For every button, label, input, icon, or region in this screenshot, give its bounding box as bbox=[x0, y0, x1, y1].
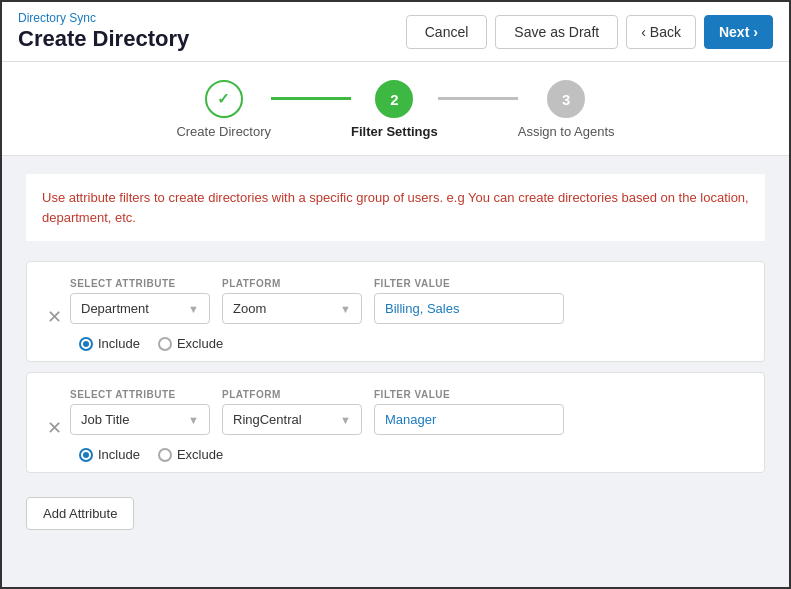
attr-fields-2: SELECT ATTRIBUTE Job Title ▼ PLATFORM Ri… bbox=[70, 389, 744, 435]
stepper-inner: ✓ Create Directory 2 Filter Settings 3 A… bbox=[176, 80, 614, 139]
add-attribute-button[interactable]: Add Attribute bbox=[26, 497, 134, 530]
radio-row-1: Include Exclude bbox=[79, 336, 744, 351]
step-create: ✓ Create Directory bbox=[176, 80, 271, 139]
include-radio-dot-2 bbox=[79, 448, 93, 462]
step-assign: 3 Assign to Agents bbox=[518, 80, 615, 139]
field-group-filter-2: FILTER VALUE bbox=[374, 389, 564, 435]
exclude-label-1: Exclude bbox=[177, 336, 223, 351]
exclude-radio-dot-2 bbox=[158, 448, 172, 462]
exclude-radio-2[interactable]: Exclude bbox=[158, 447, 223, 462]
content-area: Use attribute filters to create director… bbox=[2, 156, 789, 548]
save-draft-button[interactable]: Save as Draft bbox=[495, 15, 618, 49]
exclude-radio-dot-1 bbox=[158, 337, 172, 351]
breadcrumb[interactable]: Directory Sync bbox=[18, 11, 189, 25]
page-title: Create Directory bbox=[18, 26, 189, 52]
platform-label-1: PLATFORM bbox=[222, 278, 362, 289]
step-line-1 bbox=[271, 97, 351, 100]
attribute-section-2: ✕ SELECT ATTRIBUTE Job Title ▼ PLATFORM … bbox=[26, 372, 765, 473]
field-group-platform-2: PLATFORM RingCentral ▼ bbox=[222, 389, 362, 435]
platform-value-2: RingCentral bbox=[233, 412, 302, 427]
info-text: Use attribute filters to create director… bbox=[42, 190, 749, 225]
main-content: Use attribute filters to create director… bbox=[2, 156, 789, 548]
field-group-platform-1: PLATFORM Zoom ▼ bbox=[222, 278, 362, 324]
field-group-select-2: SELECT ATTRIBUTE Job Title ▼ bbox=[70, 389, 210, 435]
platform-label-2: PLATFORM bbox=[222, 389, 362, 400]
include-radio-2[interactable]: Include bbox=[79, 447, 140, 462]
remove-attribute-2-icon[interactable]: ✕ bbox=[47, 417, 62, 439]
attr-fields-1: SELECT ATTRIBUTE Department ▼ PLATFORM Z… bbox=[70, 278, 744, 324]
header-left: Directory Sync Create Directory bbox=[18, 11, 189, 52]
platform-value-1: Zoom bbox=[233, 301, 266, 316]
step-create-circle: ✓ bbox=[205, 80, 243, 118]
filter-label-2: FILTER VALUE bbox=[374, 389, 564, 400]
header-actions: Cancel Save as Draft ‹ Back Next › bbox=[406, 15, 773, 49]
step-filter-label: Filter Settings bbox=[351, 124, 438, 139]
attribute-row-1: ✕ SELECT ATTRIBUTE Department ▼ PLATFORM… bbox=[47, 278, 744, 328]
chevron-down-icon-2: ▼ bbox=[340, 303, 351, 315]
step-create-label: Create Directory bbox=[176, 124, 271, 139]
platform-dropdown-2[interactable]: RingCentral ▼ bbox=[222, 404, 362, 435]
select-attribute-dropdown-1[interactable]: Department ▼ bbox=[70, 293, 210, 324]
chevron-down-icon: ▼ bbox=[188, 303, 199, 315]
chevron-down-icon-3: ▼ bbox=[188, 414, 199, 426]
platform-dropdown-1[interactable]: Zoom ▼ bbox=[222, 293, 362, 324]
info-box: Use attribute filters to create director… bbox=[26, 174, 765, 241]
next-button[interactable]: Next › bbox=[704, 15, 773, 49]
step-filter-circle: 2 bbox=[375, 80, 413, 118]
select-attribute-value-1: Department bbox=[81, 301, 149, 316]
step-filter: 2 Filter Settings bbox=[351, 80, 438, 139]
stepper: ✓ Create Directory 2 Filter Settings 3 A… bbox=[2, 62, 789, 156]
include-label-2: Include bbox=[98, 447, 140, 462]
remove-attribute-1-icon[interactable]: ✕ bbox=[47, 306, 62, 328]
chevron-down-icon-4: ▼ bbox=[340, 414, 351, 426]
step-assign-circle: 3 bbox=[547, 80, 585, 118]
exclude-radio-1[interactable]: Exclude bbox=[158, 336, 223, 351]
select-attribute-label-2: SELECT ATTRIBUTE bbox=[70, 389, 210, 400]
chevron-left-icon: ‹ bbox=[641, 24, 646, 40]
select-attribute-label-1: SELECT ATTRIBUTE bbox=[70, 278, 210, 289]
step-assign-label: Assign to Agents bbox=[518, 124, 615, 139]
select-attribute-value-2: Job Title bbox=[81, 412, 129, 427]
chevron-right-icon: › bbox=[753, 24, 758, 40]
include-radio-dot-1 bbox=[79, 337, 93, 351]
attribute-section-1: ✕ SELECT ATTRIBUTE Department ▼ PLATFORM… bbox=[26, 261, 765, 362]
header: Directory Sync Create Directory Cancel S… bbox=[2, 2, 789, 62]
field-group-select-1: SELECT ATTRIBUTE Department ▼ bbox=[70, 278, 210, 324]
radio-row-2: Include Exclude bbox=[79, 447, 744, 462]
field-group-filter-1: FILTER VALUE bbox=[374, 278, 564, 324]
filter-label-1: FILTER VALUE bbox=[374, 278, 564, 289]
exclude-label-2: Exclude bbox=[177, 447, 223, 462]
cancel-button[interactable]: Cancel bbox=[406, 15, 488, 49]
select-attribute-dropdown-2[interactable]: Job Title ▼ bbox=[70, 404, 210, 435]
include-radio-1[interactable]: Include bbox=[79, 336, 140, 351]
back-button[interactable]: ‹ Back bbox=[626, 15, 696, 49]
include-label-1: Include bbox=[98, 336, 140, 351]
filter-value-input-2[interactable] bbox=[374, 404, 564, 435]
step-line-2 bbox=[438, 97, 518, 100]
attribute-row-2: ✕ SELECT ATTRIBUTE Job Title ▼ PLATFORM … bbox=[47, 389, 744, 439]
filter-value-input-1[interactable] bbox=[374, 293, 564, 324]
